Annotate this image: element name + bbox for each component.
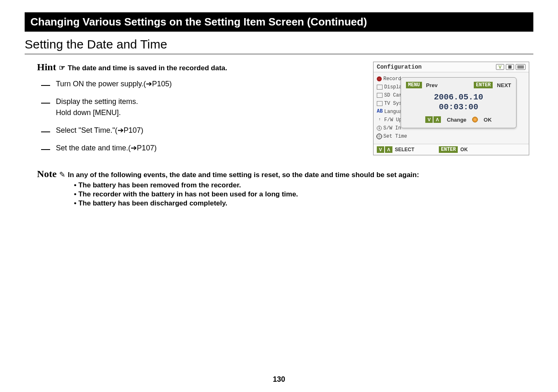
prev-label: Prev — [426, 82, 438, 88]
step-marker — [41, 96, 50, 104]
footer-up-down-buttons[interactable]: V Λ — [377, 146, 392, 153]
page-title-bar: Changing Various Settings on the Setting… — [25, 12, 533, 32]
up-icon: Λ — [433, 116, 441, 123]
pointing-hand-icon: ☞ — [59, 63, 65, 72]
left-column: Hint ☞ The date and time is saved in the… — [25, 62, 357, 160]
side-item-settime[interactable]: ◷Set Time — [377, 132, 526, 141]
record-icon — [377, 76, 382, 81]
step-4: Set the date and time.(➔P107) — [41, 143, 357, 154]
up-down-buttons[interactable]: V Λ — [425, 116, 441, 123]
battery-icon — [516, 64, 526, 70]
v-indicator-icon: V — [496, 64, 504, 70]
footer-enter-button[interactable]: ENTER — [439, 146, 458, 153]
note-block: Note ✎ In any of the following events, t… — [37, 168, 533, 208]
note-bullet: The battery has been removed from the re… — [74, 181, 533, 189]
tv-icon — [377, 101, 383, 106]
note-label: Note — [37, 168, 57, 180]
up-icon: Λ — [385, 146, 392, 153]
upload-icon: ↑ — [377, 118, 383, 122]
device-header: Configuration V — [374, 62, 529, 72]
change-label: Change — [447, 117, 466, 123]
section-subtitle: Setting the Date and Time — [25, 37, 533, 54]
language-icon: AB — [377, 109, 383, 114]
settime-popup: MENU Prev ENTER NEXT 2006.05.10 00:03:00… — [401, 77, 516, 128]
note-text: In any of the following events, the date… — [68, 171, 419, 179]
step-marker — [41, 125, 50, 132]
popup-action-row: V Λ Change OK — [406, 116, 511, 123]
step-marker — [41, 78, 50, 86]
hint-text: The date and time is saved in the record… — [68, 64, 227, 72]
device-screenshot: Configuration V Record Displa SD Car TV … — [373, 62, 529, 155]
time-value: 00:03:00 — [406, 102, 511, 112]
sdcard-icon — [377, 93, 383, 98]
ok-label: OK — [484, 117, 492, 123]
date-time-display: 2006.05.10 00:03:00 — [406, 92, 511, 112]
date-value: 2006.05.10 — [406, 92, 511, 102]
right-column: Configuration V Record Displa SD Car TV … — [373, 62, 533, 160]
note-bullet: The battery has been discharged complete… — [74, 199, 533, 208]
ok-rec-button[interactable] — [472, 117, 478, 122]
step-marker — [41, 143, 50, 150]
info-icon: i — [377, 126, 382, 131]
down-icon: V — [425, 116, 433, 123]
step-text: Set the date and time.(➔P107) — [56, 143, 157, 154]
stop-indicator-icon — [506, 64, 514, 70]
step-text: Turn ON the power supply.(➔P105) — [56, 78, 172, 90]
note-bullet: The recorder with the battery in has not… — [74, 190, 533, 198]
note-line: Note ✎ In any of the following events, t… — [37, 168, 533, 180]
hint-line: Hint ☞ The date and time is saved in the… — [37, 62, 357, 73]
enter-button[interactable]: ENTER — [474, 82, 493, 88]
note-bullets: The battery has been removed from the re… — [74, 181, 533, 208]
step-text: Display the setting items. Hold down [ME… — [56, 96, 138, 118]
step-text: Select "Set Time."(➔P107) — [56, 125, 143, 136]
down-icon: V — [377, 146, 384, 153]
content-row: Hint ☞ The date and time is saved in the… — [25, 62, 533, 160]
device-footer: V Λ SELECT ENTER OK — [374, 144, 529, 155]
footer-select-group: V Λ SELECT — [377, 146, 414, 153]
pencil-icon: ✎ — [59, 170, 65, 179]
footer-enter-group: ENTER OK — [439, 146, 468, 153]
device-body: Record Displa SD Car TV Sys ABLangua ↑F/… — [374, 72, 529, 144]
device-header-title: Configuration — [377, 64, 422, 70]
page-title: Changing Various Settings on the Setting… — [30, 16, 367, 28]
next-label: NEXT — [497, 82, 511, 88]
step-3: Select "Set Time."(➔P107) — [41, 125, 357, 136]
step-1: Turn ON the power supply.(➔P105) — [41, 78, 357, 90]
page-number: 130 — [273, 375, 285, 384]
step-2: Display the setting items. Hold down [ME… — [41, 96, 357, 118]
hint-label: Hint — [37, 62, 56, 73]
footer-ok-label: OK — [460, 147, 468, 152]
clock-icon: ◷ — [377, 134, 382, 139]
select-label: SELECT — [395, 147, 414, 152]
device-header-icons: V — [496, 64, 526, 70]
display-icon — [377, 85, 383, 90]
menu-button[interactable]: MENU — [406, 82, 422, 88]
popup-nav-row: MENU Prev ENTER NEXT — [406, 82, 511, 88]
